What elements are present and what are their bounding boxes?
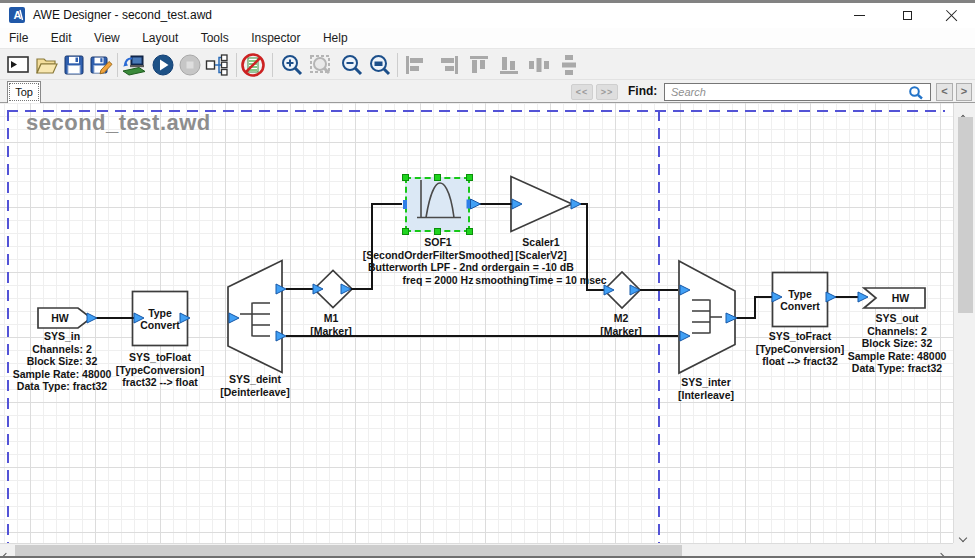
selection-handle[interactable]	[434, 228, 441, 235]
output-pin[interactable]	[276, 284, 286, 294]
horizontal-scrollbar[interactable]	[0, 543, 953, 556]
app-logo-icon: A	[9, 7, 25, 23]
vertical-scrollbar-thumb[interactable]	[958, 117, 973, 313]
tab-top[interactable]: Top	[7, 81, 41, 103]
toolbar	[0, 48, 975, 80]
save-design-as-icon[interactable]	[88, 52, 114, 78]
inspector-disabled-icon[interactable]	[240, 52, 266, 78]
selection-handle[interactable]	[402, 228, 409, 235]
toolbar-separator	[272, 53, 273, 77]
propagate-changes-icon[interactable]	[204, 52, 230, 78]
block-sof1[interactable]	[405, 177, 470, 232]
window-title: AWE Designer - second_test.awd	[33, 3, 212, 28]
selection-handle[interactable]	[466, 174, 473, 181]
output-pin[interactable]	[630, 285, 640, 295]
caption-m2: M2[Marker]	[536, 312, 706, 337]
align-top-icon[interactable]	[466, 52, 492, 78]
block-m1[interactable]	[314, 271, 352, 308]
block-label-hw: HW	[38, 308, 82, 328]
history-forward-button[interactable]: >>	[596, 84, 618, 100]
save-design-icon[interactable]	[61, 52, 87, 78]
open-design-icon[interactable]	[34, 52, 60, 78]
input-pin[interactable]	[313, 284, 323, 294]
zoom-actual-icon[interactable]	[367, 52, 393, 78]
caption-sys-out: SYS_outChannels: 2 Block Size: 32Sample …	[812, 312, 975, 375]
align-right-icon[interactable]	[436, 52, 462, 78]
output-pin[interactable]	[87, 313, 97, 323]
caption-sys-deint: SYS_deint[Deinterleave]	[170, 373, 340, 398]
caption-sys-inter: SYS_inter[Interleave]	[621, 376, 791, 401]
output-pin[interactable]	[571, 199, 581, 209]
menu-view[interactable]: View	[85, 28, 129, 48]
output-pin[interactable]	[471, 199, 481, 209]
output-pin[interactable]	[341, 284, 351, 294]
block-label-hw: HW	[876, 288, 925, 308]
menu-help[interactable]: Help	[314, 28, 357, 48]
design-canvas[interactable]: second_test.awd	[0, 103, 953, 543]
history-back-button[interactable]: <<	[571, 84, 593, 100]
input-pin[interactable]	[858, 292, 868, 302]
align-left-icon[interactable]	[402, 52, 428, 78]
zoom-out-icon[interactable]	[339, 52, 365, 78]
input-pin[interactable]	[229, 313, 239, 323]
input-pin[interactable]	[604, 285, 614, 295]
awe-designer-window: A AWE Designer - second_test.awd File Ed…	[0, 0, 975, 558]
new-design-icon[interactable]	[5, 52, 31, 78]
block-scaler1[interactable]	[511, 177, 572, 232]
zoom-in-icon[interactable]	[279, 52, 305, 78]
input-pin[interactable]	[512, 199, 522, 209]
maximize-button[interactable]	[888, 3, 926, 28]
toolbar-separator	[236, 53, 237, 77]
selection-handle[interactable]	[402, 174, 409, 181]
selection-handle[interactable]	[466, 228, 473, 235]
search-input[interactable]	[664, 83, 931, 101]
find-label: Find:	[628, 80, 657, 103]
align-bottom-icon[interactable]	[496, 52, 522, 78]
horizontal-scrollbar-thumb[interactable]	[15, 545, 682, 556]
caption-m1: M1[Marker]	[246, 312, 416, 337]
menu-edit[interactable]: Edit	[42, 28, 81, 48]
menu-file[interactable]: File	[0, 28, 37, 48]
distribute-vertical-icon[interactable]	[556, 52, 582, 78]
input-pin[interactable]	[680, 285, 690, 295]
menu-layout[interactable]: Layout	[133, 28, 187, 48]
toolbar-separator	[397, 53, 398, 77]
build-and-run-icon[interactable]	[150, 52, 176, 78]
distribute-horizontal-icon[interactable]	[526, 52, 552, 78]
close-button[interactable]	[930, 3, 972, 28]
wire[interactable]	[736, 297, 774, 318]
find-next-button[interactable]: >	[956, 83, 972, 101]
zoom-to-selection-icon[interactable]	[308, 52, 334, 78]
input-pin[interactable]	[403, 200, 407, 209]
minimize-button[interactable]	[840, 3, 878, 28]
minimize-icon	[854, 15, 865, 17]
vertical-scrollbar[interactable]	[953, 103, 975, 543]
stop-audio-icon[interactable]	[177, 52, 203, 78]
menu-bar: File Edit View Layout Tools Inspector He…	[0, 28, 975, 48]
canvas-title: second_test.awd	[26, 110, 211, 136]
menu-inspector[interactable]: Inspector	[242, 28, 309, 48]
page-boundary-left	[7, 110, 9, 543]
title-bar[interactable]: A AWE Designer - second_test.awd	[0, 3, 975, 28]
search-icon[interactable]	[908, 85, 924, 100]
output-pin[interactable]	[726, 313, 737, 323]
find-prev-button[interactable]: <	[936, 83, 953, 101]
connect-target-icon[interactable]	[121, 52, 147, 78]
selection-handle[interactable]	[434, 174, 441, 181]
tab-bar: Top << >> Find: < >	[0, 80, 975, 103]
toolbar-separator	[117, 53, 118, 77]
caption-scaler1: Scaler1[ScalerV2] gain = -10 dBsmoothing…	[456, 236, 626, 286]
close-icon	[945, 9, 958, 22]
output-pin[interactable]	[826, 292, 836, 302]
menu-tools[interactable]: Tools	[192, 28, 238, 48]
scrollbar-corner	[953, 543, 975, 556]
maximize-icon	[903, 11, 912, 20]
